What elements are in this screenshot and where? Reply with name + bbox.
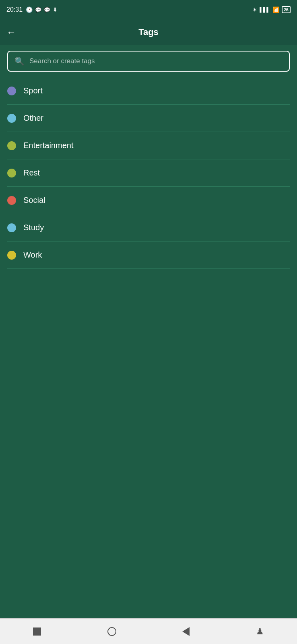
person-icon: ♟ [256,626,264,637]
triangle-icon [182,627,190,636]
status-left: 20:31 🕐 💬 💬 ⬇ [6,6,58,13]
alarm-icon: 🕐 [26,6,33,13]
status-right: ✶ ▌▌▌ 📶 26 [252,6,291,13]
app-bar: ← Tags [0,19,297,45]
status-icons: 🕐 💬 💬 ⬇ [26,6,58,13]
messenger2-icon: 💬 [44,7,50,13]
search-bar[interactable]: 🔍 [7,51,290,72]
tag-label: Rest [23,168,40,178]
tag-label: Study [23,223,44,232]
search-container: 🔍 [0,45,297,77]
tag-list: SportOtherEntertainmentRestSocialStudyWo… [0,77,297,618]
tag-label: Work [23,250,42,260]
tag-dot [7,114,16,123]
circle-icon [107,627,116,636]
back-icon: ← [6,27,16,38]
nav-home-button[interactable] [104,624,120,639]
messenger-icon: 💬 [35,7,41,13]
battery-indicator: 26 [282,6,291,13]
tag-dot [7,196,16,205]
tag-item[interactable]: Social [7,187,290,214]
tag-label: Social [23,196,45,205]
bluetooth-icon: ✶ [252,6,257,13]
tag-item[interactable]: Rest [7,159,290,187]
signal-icon: ▌▌▌ [260,7,270,12]
tag-item[interactable]: Sport [7,77,290,105]
status-time: 20:31 [6,6,23,13]
download-icon: ⬇ [53,6,58,13]
status-bar: 20:31 🕐 💬 💬 ⬇ ✶ ▌▌▌ 📶 26 [0,0,297,19]
tag-item[interactable]: Entertainment [7,132,290,159]
tag-dot [7,223,16,232]
bottom-nav: ♟ [0,618,297,644]
tag-item[interactable]: Other [7,105,290,132]
tag-item[interactable]: Work [7,242,290,269]
tag-label: Entertainment [23,141,74,150]
tag-item[interactable]: Study [7,214,290,242]
page-title: Tags [138,27,159,37]
tag-dot [7,169,16,178]
square-icon [33,627,41,636]
tag-dot [7,251,16,260]
tag-label: Sport [23,86,43,95]
tag-dot [7,87,16,95]
nav-back-button[interactable] [179,624,193,639]
search-input[interactable] [29,57,283,65]
nav-accessibility-button[interactable]: ♟ [253,623,267,640]
nav-square-button[interactable] [30,624,44,639]
search-icon: 🔍 [14,56,25,66]
wifi-icon: 📶 [272,6,279,13]
tag-label: Other [23,114,43,123]
tag-dot [7,141,16,150]
back-button[interactable]: ← [6,27,16,38]
